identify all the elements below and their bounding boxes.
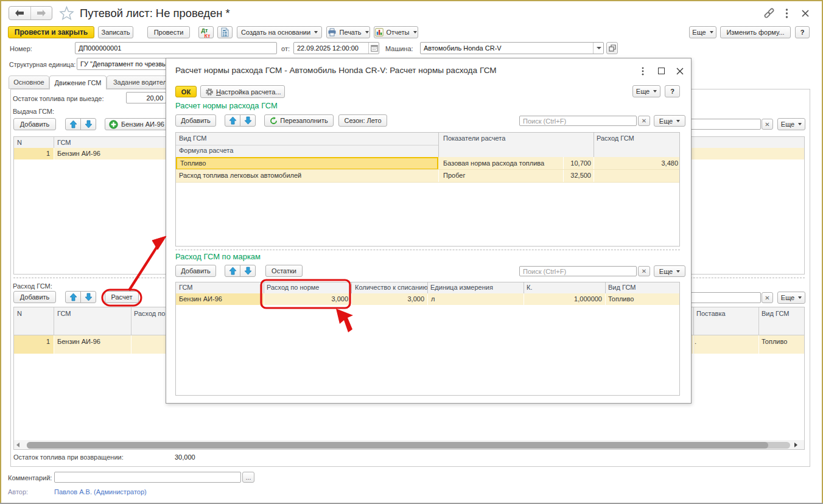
svg-text:Кт: Кт [204,32,210,38]
